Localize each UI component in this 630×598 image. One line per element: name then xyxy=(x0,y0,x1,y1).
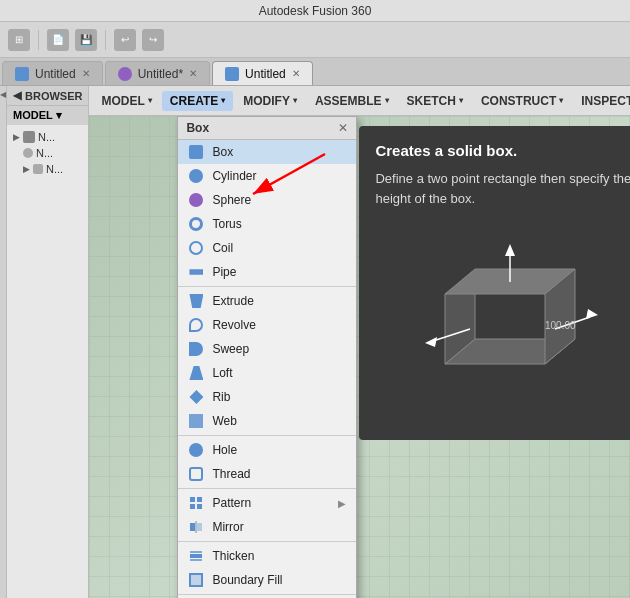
thread-icon xyxy=(188,466,204,482)
dropdown-item-pipe[interactable]: Pipe xyxy=(178,260,356,284)
ribbon-create[interactable]: CREATE ▾ xyxy=(162,91,233,111)
svg-rect-7 xyxy=(190,554,202,558)
svg-marker-17 xyxy=(505,244,515,256)
dropdown-item-hole[interactable]: Hole xyxy=(178,438,356,462)
tab2-icon xyxy=(118,67,132,81)
torus-label: Torus xyxy=(212,217,241,231)
dropdown-item-revolve[interactable]: Revolve xyxy=(178,313,356,337)
dropdown-item-web[interactable]: Web xyxy=(178,409,356,433)
tab3-close[interactable]: ✕ xyxy=(292,68,300,79)
pipe-label: Pipe xyxy=(212,265,236,279)
inspect-label-text: INSPECT xyxy=(581,94,630,108)
sep1 xyxy=(38,30,39,50)
svg-rect-2 xyxy=(190,504,195,509)
dropdown-item-extrude[interactable]: Extrude xyxy=(178,289,356,313)
dropdown-close-icon[interactable]: ✕ xyxy=(338,121,348,135)
create-caret-icon: ▾ xyxy=(221,96,225,105)
revolve-label: Revolve xyxy=(212,318,255,332)
dropdown-header: Box ✕ xyxy=(178,117,356,140)
construct-caret-icon: ▾ xyxy=(559,96,563,105)
sketch-label-text: SKETCH xyxy=(407,94,456,108)
modify-caret-icon: ▾ xyxy=(293,96,297,105)
ribbon-inspect[interactable]: INSPECT ▾ xyxy=(573,91,630,111)
dropdown-item-loft[interactable]: Loft xyxy=(178,361,356,385)
dropdown-item-boundary[interactable]: Boundary Fill xyxy=(178,568,356,592)
dropdown-item-box[interactable]: Box xyxy=(178,140,356,164)
construct-label-text: CONSTRUCT xyxy=(481,94,556,108)
tree-icon-1 xyxy=(23,131,35,143)
file-icon[interactable]: 📄 xyxy=(47,29,69,51)
tab-untitled2[interactable]: Untitled* ✕ xyxy=(105,61,210,85)
pipe-icon xyxy=(188,264,204,280)
tree-item-1[interactable]: ▶ N... xyxy=(9,129,86,145)
model-label: MODEL ▾ xyxy=(7,106,88,125)
svg-rect-4 xyxy=(190,523,195,531)
redo-icon[interactable]: ↪ xyxy=(142,29,164,51)
tree-arrow-3: ▶ xyxy=(23,164,30,174)
svg-rect-3 xyxy=(197,504,202,509)
tab3-label: Untitled xyxy=(245,67,286,81)
tree-item-3[interactable]: ▶ N... xyxy=(9,161,86,177)
dropdown-item-sweep[interactable]: Sweep xyxy=(178,337,356,361)
dropdown-item-rib[interactable]: Rib xyxy=(178,385,356,409)
dropdown-title: Box xyxy=(186,121,209,135)
assemble-label-text: ASSEMBLE xyxy=(315,94,382,108)
apps-icon[interactable]: ⊞ xyxy=(8,29,30,51)
browser-collapse-icon[interactable]: ◀ xyxy=(13,89,21,102)
create-dropdown-menu: Box ✕ Box Cylinder Sphere Torus xyxy=(177,116,357,598)
tree-item-2[interactable]: N... xyxy=(9,145,86,161)
ribbon-assemble[interactable]: ASSEMBLE ▾ xyxy=(307,91,397,111)
main-area: ◀ ◀ BROWSER MODEL ▾ ▶ N... N... ▶ N... xyxy=(0,86,630,598)
dropdown-item-thread[interactable]: Thread xyxy=(178,462,356,486)
save-icon[interactable]: 💾 xyxy=(75,29,97,51)
torus-icon xyxy=(188,216,204,232)
create-label-text: CREATE xyxy=(170,94,218,108)
revolve-icon xyxy=(188,317,204,333)
dropdown-item-sphere[interactable]: Sphere xyxy=(178,188,356,212)
sphere-label: Sphere xyxy=(212,193,251,207)
tab-untitled3[interactable]: Untitled ✕ xyxy=(212,61,313,85)
sweep-icon xyxy=(188,341,204,357)
rib-icon xyxy=(188,389,204,405)
left-collapse-panel[interactable]: ◀ xyxy=(0,86,7,598)
sphere-icon xyxy=(188,192,204,208)
tooltip-popup: Creates a solid box. Define a two point … xyxy=(359,126,630,440)
browser-header: ◀ BROWSER xyxy=(7,86,88,106)
cylinder-label: Cylinder xyxy=(212,169,256,183)
hole-label: Hole xyxy=(212,443,237,457)
sweep-label: Sweep xyxy=(212,342,249,356)
divider-1 xyxy=(178,286,356,287)
ribbon-construct[interactable]: CONSTRUCT ▾ xyxy=(473,91,571,111)
ribbon-bar: MODEL ▾ CREATE ▾ MODIFY ▾ ASSEMBLE ▾ SKE… xyxy=(89,86,630,116)
svg-rect-6 xyxy=(197,523,202,531)
cylinder-icon xyxy=(188,168,204,184)
divider-2 xyxy=(178,435,356,436)
dropdown-item-torus[interactable]: Torus xyxy=(178,212,356,236)
tab-untitled1[interactable]: Untitled ✕ xyxy=(2,61,103,85)
dropdown-item-thicken[interactable]: Thicken xyxy=(178,544,356,568)
dropdown-item-pattern[interactable]: Pattern ▶ xyxy=(178,491,356,515)
ribbon-model[interactable]: MODEL ▾ xyxy=(93,91,159,111)
svg-rect-1 xyxy=(197,497,202,502)
ribbon-sketch[interactable]: SKETCH ▾ xyxy=(399,91,471,111)
dropdown-item-coil[interactable]: Coil xyxy=(178,236,356,260)
tab2-close[interactable]: ✕ xyxy=(189,68,197,79)
ribbon-modify[interactable]: MODIFY ▾ xyxy=(235,91,305,111)
dropdown-item-cylinder[interactable]: Cylinder xyxy=(178,164,356,188)
web-label: Web xyxy=(212,414,236,428)
dropdown-item-mirror[interactable]: Mirror xyxy=(178,515,356,539)
tree-label-3: N... xyxy=(46,163,63,175)
app-title: Autodesk Fusion 360 xyxy=(259,4,372,18)
mirror-icon xyxy=(188,519,204,535)
undo-icon[interactable]: ↩ xyxy=(114,29,136,51)
collapse-arrow-icon[interactable]: ◀ xyxy=(0,90,6,99)
tab1-icon xyxy=(15,67,29,81)
tab1-close[interactable]: ✕ xyxy=(82,68,90,79)
toolbar: ⊞ 📄 💾 ↩ ↪ xyxy=(0,22,630,58)
coil-label: Coil xyxy=(212,241,233,255)
svg-marker-19 xyxy=(586,309,598,319)
tree-label-2: N... xyxy=(36,147,53,159)
tab3-icon xyxy=(225,67,239,81)
browser-label: BROWSER xyxy=(25,90,82,102)
box-svg: 100.00 xyxy=(415,234,615,414)
